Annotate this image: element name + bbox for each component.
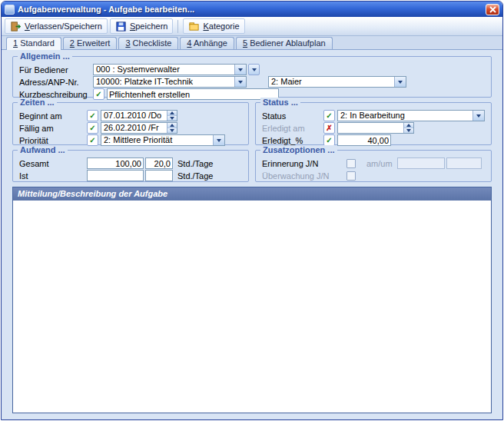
tab-anhaenge[interactable]: 4 Anhänge	[180, 37, 234, 49]
fuer-bediener-row: Für Bediener 000 : Systemverwalter	[19, 64, 486, 75]
tab-checkliste[interactable]: 3 Checkliste	[118, 37, 178, 49]
adress-value: 10000: Platzke IT-Technik	[94, 77, 234, 87]
faellig-am-confirm-button[interactable]	[87, 122, 98, 134]
spin-up-icon[interactable]	[167, 111, 177, 116]
group-aufwand-title: Aufwand ...	[18, 145, 68, 154]
ist-unit-label: Std./Tage	[177, 171, 213, 181]
ansprechpartner-combo[interactable]: 2: Maier	[268, 76, 406, 88]
beginnt-am-label: Beginnt am	[19, 111, 87, 121]
task-edit-window: Aufgabenverwaltung - Aufgabe bearbeiten.…	[1, 1, 503, 420]
chevron-down-icon	[238, 81, 243, 84]
chevron-down-icon	[252, 68, 257, 71]
erledigt-am-value	[338, 123, 403, 133]
erledigt-prozent-confirm-button[interactable]	[323, 134, 335, 146]
ist-stunden-input[interactable]	[87, 170, 144, 181]
kurzbeschreibung-row: Kurzbeschreibung	[19, 88, 486, 100]
leave-save-button[interactable]: Verlassen/Speichern	[5, 18, 108, 34]
prioritaet-row: Priorität 2: Mittlere Priorität	[19, 134, 244, 146]
prioritaet-confirm-button[interactable]	[87, 134, 98, 146]
tab-erweitert[interactable]: 2 Erweitert	[63, 37, 118, 49]
faellig-am-label: Fällig am	[19, 124, 87, 133]
toolbar: Verlassen/Speichern Speichern Kategorie	[2, 17, 502, 36]
message-panel: Mitteilung/Beschreibung der Aufgabe	[12, 187, 492, 413]
chevron-down-icon	[398, 81, 403, 84]
ist-row: Ist Std./Tage	[19, 170, 244, 181]
group-zeiten-title: Zeiten ...	[18, 98, 57, 107]
prioritaet-label: Priorität	[19, 136, 87, 145]
prioritaet-dropdown-button[interactable]	[213, 135, 224, 145]
leave-save-label: Verlassen/Speichern	[25, 22, 102, 31]
spin-down-icon[interactable]	[167, 116, 177, 121]
save-floppy-icon	[115, 21, 127, 32]
ueberwachung-row: Überwachung J/N	[262, 170, 486, 181]
group-zusatzoptionen: Zusatzoptionen ... Erinnerung J/N am/um …	[255, 150, 492, 182]
tab-standard-label: 1 Standard	[13, 38, 55, 48]
category-label: Kategorie	[203, 22, 239, 31]
status-value: 2: In Bearbeitung	[338, 111, 472, 121]
adress-combo[interactable]: 10000: Platzke IT-Technik	[93, 76, 247, 88]
status-row: Status 2: In Bearbeitung	[262, 110, 486, 121]
tab-anhaenge-label: 4 Anhänge	[187, 38, 227, 48]
status-confirm-button[interactable]	[323, 110, 335, 121]
fuer-bediener-combo[interactable]: 000 : Systemverwalter	[93, 64, 247, 75]
kurzbeschreibung-confirm-button[interactable]	[93, 88, 104, 100]
message-header: Mitteilung/Beschreibung der Aufgabe	[13, 187, 491, 201]
gesamt-tage-input[interactable]	[145, 157, 173, 169]
gesamt-label: Gesamt	[19, 159, 87, 168]
gesamt-stunden-input[interactable]	[87, 157, 144, 169]
gesamt-row: Gesamt Std./Tage	[19, 157, 244, 169]
erledigt-am-date-field[interactable]	[337, 122, 414, 134]
erinnerung-datum-input	[397, 157, 445, 169]
erledigt-prozent-input[interactable]	[337, 134, 391, 146]
prioritaet-combo[interactable]: 2: Mittlere Priorität	[101, 134, 225, 146]
amum-label: am/um	[366, 159, 397, 168]
group-aufwand: Aufwand ... Gesamt Std./Tage Ist Std./Ta…	[12, 150, 249, 182]
beginnt-am-confirm-button[interactable]	[87, 110, 98, 121]
tab-erweitert-label: 2 Erweitert	[70, 38, 111, 48]
faellig-am-date-field[interactable]: 26.02.2010 /Fr	[101, 122, 177, 134]
beginnt-am-date-field[interactable]: 07.01.2010 /Do	[101, 110, 177, 121]
save-button[interactable]: Speichern	[110, 18, 174, 34]
spin-up-icon[interactable]	[167, 123, 177, 128]
category-button[interactable]: Kategorie	[183, 18, 244, 34]
ist-label: Ist	[19, 171, 87, 181]
fuer-bediener-lookup-button[interactable]	[248, 64, 260, 75]
erledigt-am-row: Erledigt am	[262, 122, 486, 134]
spin-down-icon[interactable]	[404, 128, 413, 133]
faellig-am-value: 26.02.2010 /Fr	[101, 123, 167, 133]
erledigt-am-clear-button[interactable]	[323, 122, 335, 134]
faellig-am-row: Fällig am 26.02.2010 /Fr	[19, 122, 244, 134]
beginnt-am-value: 07.01.2010 /Do	[101, 111, 167, 121]
status-combo[interactable]: 2: In Bearbeitung	[337, 110, 485, 121]
spin-up-icon[interactable]	[404, 123, 413, 128]
ueberwachung-label: Überwachung J/N	[262, 171, 346, 181]
tab-bediener-ablaufplan-label: 5 Bediener Ablaufplan	[243, 38, 326, 48]
exit-door-icon	[10, 21, 22, 32]
toolbar-separator	[177, 20, 178, 33]
tab-standard[interactable]: 1 Standard	[6, 37, 61, 50]
erledigt-prozent-row: Erledigt_%	[262, 134, 486, 146]
adress-dropdown-button[interactable]	[234, 77, 246, 87]
tab-content-standard: Allgemein ... Für Bediener 000 : Systemv…	[2, 50, 502, 419]
tab-strip: 1 Standard 2 Erweitert 3 Checkliste 4 An…	[2, 36, 502, 50]
ist-tage-input[interactable]	[145, 170, 173, 181]
status-dropdown-button[interactable]	[472, 111, 484, 121]
group-zeiten: Zeiten ... Beginnt am 07.01.2010 /Do Fäl…	[12, 102, 249, 145]
title-bar: Aufgabenverwaltung - Aufgabe bearbeiten.…	[2, 2, 502, 17]
adress-row: Adress/ANP-Nr. 10000: Platzke IT-Technik…	[19, 76, 486, 88]
kurzbeschreibung-input[interactable]	[107, 88, 279, 100]
message-textarea[interactable]	[13, 201, 491, 413]
chevron-down-icon	[217, 139, 221, 142]
spin-down-icon[interactable]	[167, 128, 177, 133]
group-zusatzoptionen-title: Zusatzoptionen ...	[260, 145, 337, 154]
ueberwachung-checkbox[interactable]	[346, 171, 356, 181]
close-button[interactable]	[486, 4, 499, 15]
erinnerung-checkbox[interactable]	[346, 159, 356, 168]
group-status: Status ... Status 2: In Bearbeitung Erle…	[255, 102, 492, 145]
tab-bediener-ablaufplan[interactable]: 5 Bediener Ablaufplan	[236, 37, 333, 49]
prioritaet-value: 2: Mittlere Priorität	[101, 135, 213, 145]
ansprechpartner-dropdown-button[interactable]	[394, 77, 406, 87]
fuer-bediener-dropdown-button[interactable]	[234, 65, 246, 75]
status-label: Status	[262, 111, 323, 121]
app-icon	[5, 5, 15, 15]
